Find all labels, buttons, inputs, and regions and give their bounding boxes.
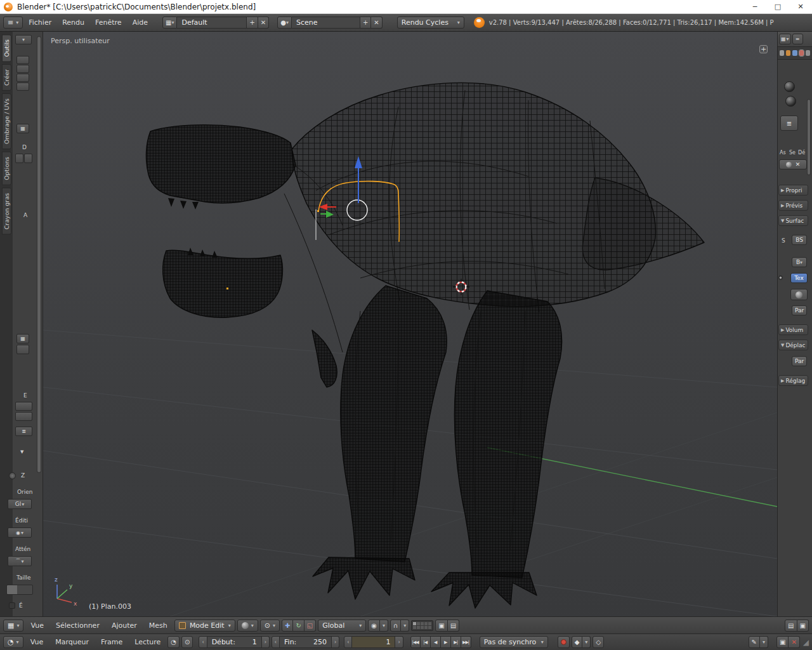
stepper-left-icon[interactable]: ‹: [199, 636, 207, 648]
scene-delete-button[interactable]: ✕: [371, 17, 382, 29]
proportional-edit-icon[interactable]: ◉: [368, 620, 380, 632]
clipped-button[interactable]: [16, 65, 29, 73]
toolshelf-tab-outils[interactable]: Outils: [2, 34, 11, 62]
panel-header-surface[interactable]: ▼Surfac: [778, 215, 808, 226]
unlink-material-icon[interactable]: ✕: [796, 161, 801, 168]
pivot-point-select[interactable]: ⊙▾: [260, 620, 280, 632]
unlink-icon[interactable]: ✕: [789, 636, 799, 648]
texture-preview-button[interactable]: [790, 289, 808, 300]
keying-set-icon[interactable]: ◆: [572, 636, 583, 648]
screen-layout-name-field[interactable]: Default: [177, 17, 247, 29]
menu-vue[interactable]: Vue: [25, 620, 49, 632]
clipped-list-button[interactable]: ≣: [15, 427, 32, 436]
translate-manipulator-icon[interactable]: ✚: [282, 620, 293, 632]
collapse-triangle-icon[interactable]: ▼: [20, 449, 23, 454]
transform-orientation-select[interactable]: Global▾: [318, 620, 366, 632]
mode-select[interactable]: Mode Edit▾: [174, 620, 235, 632]
properties-options-button[interactable]: ≡: [792, 34, 803, 44]
menu-fenetre[interactable]: Fenêtre: [90, 17, 127, 29]
clipped-checkbox[interactable]: [9, 602, 15, 609]
tab-material-icon[interactable]: [799, 50, 804, 56]
scale-manipulator-icon[interactable]: ◱: [304, 620, 316, 632]
play-reverse-button[interactable]: ◀: [431, 636, 441, 648]
panel-header-2[interactable]: ▶Prévis: [778, 200, 808, 211]
chevron-down-icon[interactable]: ▾: [401, 620, 409, 632]
panel-header-volume[interactable]: ▶Volum: [778, 324, 808, 335]
tab-render-icon[interactable]: [780, 50, 784, 56]
panel-header-settings[interactable]: ▶Réglag: [778, 375, 808, 386]
resize-grip-icon[interactable]: ◢: [803, 638, 809, 647]
lock-toggle[interactable]: ⊙: [181, 636, 193, 648]
clipped-button[interactable]: [15, 154, 23, 163]
opengl-animation-icon[interactable]: ▤: [448, 620, 459, 632]
info-editor-type-button[interactable]: ≡ ▾: [3, 17, 23, 29]
size-slider[interactable]: [6, 585, 33, 595]
scene-add-button[interactable]: +: [360, 17, 371, 29]
clipped-button[interactable]: [24, 154, 32, 163]
menu-vue-timeline[interactable]: Vue: [25, 636, 49, 648]
scene-name-field[interactable]: Scene: [292, 17, 360, 29]
clipped-dropdown[interactable]: ▾: [15, 35, 32, 44]
clipped-grid-button[interactable]: ▦: [16, 124, 29, 133]
toolshelf-tab-options[interactable]: Options: [2, 152, 11, 185]
render-engine-select[interactable]: Rendu Cycles ▾: [397, 17, 464, 29]
select-button[interactable]: Se: [789, 150, 796, 156]
menu-fichier[interactable]: Fichier: [23, 17, 56, 29]
stepper-right-icon[interactable]: ›: [395, 636, 403, 648]
material-datablock-field[interactable]: ✕: [779, 159, 807, 169]
menu-marqueur[interactable]: Marqueur: [50, 636, 94, 648]
copy-icon[interactable]: ▤: [785, 620, 797, 632]
sync-mode-select[interactable]: Pas de synchro▾: [480, 636, 548, 648]
assign-button[interactable]: As: [780, 150, 786, 156]
bsdf-button[interactable]: BS: [792, 235, 807, 245]
viewport-shading-select[interactable]: ▾: [237, 620, 258, 632]
falloff-select[interactable]: ⌒▾: [8, 556, 32, 566]
previous-keyframe-button[interactable]: |◀: [421, 636, 431, 648]
deselect-button[interactable]: Dé: [798, 150, 805, 156]
color-source-radio[interactable]: [778, 275, 783, 280]
b-dropdown[interactable]: B▾: [792, 257, 807, 267]
menu-selectionner[interactable]: Sélectionner: [51, 620, 105, 632]
stepper-right-icon[interactable]: ›: [332, 636, 339, 648]
panel-header-displacement[interactable]: ▼Déplac: [778, 340, 808, 350]
scene-browse-button[interactable]: ● ▾: [277, 17, 292, 29]
toolshelf-tab-crayon-gras[interactable]: Crayon gras: [2, 188, 11, 235]
clipped-button[interactable]: [16, 83, 29, 91]
datablock-icon[interactable]: ▣: [776, 636, 789, 648]
tool-shelf-scrollbar[interactable]: [37, 36, 41, 473]
properties-scrollbar[interactable]: [807, 99, 811, 175]
paste-icon[interactable]: ▣: [797, 620, 809, 632]
clipped-toggle[interactable]: [9, 472, 16, 479]
viewport-canvas[interactable]: z x y: [43, 32, 777, 616]
editing-select[interactable]: ◉▾: [8, 527, 32, 538]
tab-modifiers-icon[interactable]: [792, 50, 797, 56]
surface-par-button[interactable]: Par: [792, 305, 807, 315]
minimize-button[interactable]: ─: [743, 0, 766, 13]
clipped-stepper[interactable]: [15, 402, 32, 411]
menu-ajouter[interactable]: Ajouter: [107, 620, 142, 632]
material-slot-list[interactable]: ≣: [780, 116, 798, 131]
frame-end-field[interactable]: ‹ Fin:250 ›: [272, 636, 339, 648]
selected-vertex[interactable]: [317, 210, 319, 212]
maximize-button[interactable]: □: [766, 0, 789, 13]
orientation-select[interactable]: Gl▾: [8, 499, 32, 509]
chevron-down-icon[interactable]: ▾: [380, 620, 388, 632]
viewport-3d[interactable]: z x y Persp. utilisateur (1) Plan.003 +: [43, 32, 777, 616]
auto-keyframe-record-button[interactable]: [558, 636, 570, 648]
jump-to-end-button[interactable]: ▶▶|: [461, 636, 471, 648]
magnet-icon[interactable]: ∩: [390, 620, 401, 632]
panel-header-1[interactable]: ▶Propri: [778, 185, 808, 196]
menu-rendu[interactable]: Rendu: [57, 17, 89, 29]
view3d-editor-type-button[interactable]: ▦▾: [3, 620, 23, 632]
chevron-down-icon[interactable]: ▾: [582, 636, 591, 648]
stepper-left-icon[interactable]: ‹: [272, 636, 280, 648]
open-sidebar-plus-button[interactable]: +: [759, 45, 768, 53]
texture-button[interactable]: Tex: [790, 273, 808, 283]
menu-frame[interactable]: Frame: [96, 636, 128, 648]
timeline-editor-type-button[interactable]: ◔▾: [3, 636, 23, 648]
next-keyframe-button[interactable]: ▶|: [451, 636, 461, 648]
menu-aide[interactable]: Aide: [128, 17, 153, 29]
tab-object-icon[interactable]: [786, 50, 790, 56]
current-frame-field[interactable]: ‹ 1 ›: [344, 636, 403, 648]
stepper-right-icon[interactable]: ›: [262, 636, 270, 648]
